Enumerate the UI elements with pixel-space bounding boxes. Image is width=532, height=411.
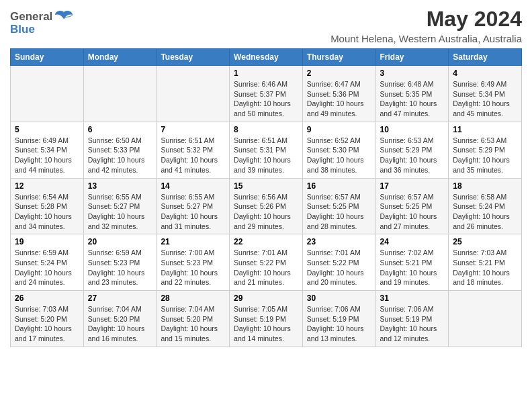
day-number: 31 (380, 293, 445, 303)
day-info: Sunrise: 6:51 AMSunset: 5:31 PMDaylight:… (234, 136, 298, 175)
week-row-3: 12Sunrise: 6:54 AMSunset: 5:28 PMDayligh… (11, 178, 522, 234)
day-number: 16 (307, 181, 371, 191)
day-info: Sunrise: 7:06 AMSunset: 5:19 PMDaylight:… (307, 304, 371, 344)
day-number: 17 (380, 181, 445, 191)
day-info: Sunrise: 6:53 AMSunset: 5:29 PMDaylight:… (380, 136, 445, 175)
day-info: Sunrise: 6:46 AMSunset: 5:37 PMDaylight:… (234, 79, 298, 119)
day-info: Sunrise: 6:58 AMSunset: 5:24 PMDaylight:… (453, 192, 517, 232)
day-info: Sunrise: 6:59 AMSunset: 5:24 PMDaylight:… (15, 248, 79, 287)
day-number: 14 (161, 181, 225, 191)
day-info: Sunrise: 6:51 AMSunset: 5:32 PMDaylight:… (161, 136, 225, 175)
day-info: Sunrise: 6:53 AMSunset: 5:29 PMDaylight:… (453, 136, 517, 175)
day-info: Sunrise: 6:49 AMSunset: 5:34 PMDaylight:… (15, 136, 79, 175)
main-title: May 2024 (330, 7, 522, 32)
day-info: Sunrise: 7:01 AMSunset: 5:22 PMDaylight:… (234, 248, 298, 287)
calendar-cell: 22Sunrise: 7:01 AMSunset: 5:22 PMDayligh… (230, 234, 303, 291)
calendar-cell: 8Sunrise: 6:51 AMSunset: 5:31 PMDaylight… (230, 122, 303, 178)
day-number: 8 (234, 125, 298, 134)
day-info: Sunrise: 7:05 AMSunset: 5:19 PMDaylight:… (234, 304, 298, 344)
day-number: 19 (15, 237, 79, 246)
calendar-cell: 25Sunrise: 7:03 AMSunset: 5:21 PMDayligh… (449, 234, 522, 291)
calendar-cell: 30Sunrise: 7:06 AMSunset: 5:19 PMDayligh… (302, 291, 375, 347)
day-info: Sunrise: 7:06 AMSunset: 5:19 PMDaylight:… (380, 304, 445, 344)
day-info: Sunrise: 6:49 AMSunset: 5:34 PMDaylight:… (453, 79, 517, 119)
header-friday: Friday (375, 49, 449, 66)
calendar-cell: 15Sunrise: 6:56 AMSunset: 5:26 PMDayligh… (230, 178, 303, 234)
calendar-cell: 12Sunrise: 6:54 AMSunset: 5:28 PMDayligh… (11, 178, 84, 234)
calendar-cell (83, 66, 157, 122)
week-row-4: 19Sunrise: 6:59 AMSunset: 5:24 PMDayligh… (11, 234, 522, 291)
calendar-cell: 23Sunrise: 7:01 AMSunset: 5:22 PMDayligh… (302, 234, 375, 291)
calendar-cell: 17Sunrise: 6:57 AMSunset: 5:25 PMDayligh… (375, 178, 449, 234)
day-number: 11 (453, 125, 517, 134)
day-number: 26 (15, 293, 79, 303)
header-monday: Monday (83, 49, 157, 66)
logo-bird-icon (54, 9, 74, 24)
calendar-cell: 10Sunrise: 6:53 AMSunset: 5:29 PMDayligh… (375, 122, 449, 178)
calendar-cell: 3Sunrise: 6:48 AMSunset: 5:35 PMDaylight… (375, 66, 449, 122)
day-info: Sunrise: 6:52 AMSunset: 5:30 PMDaylight:… (307, 136, 371, 175)
day-info: Sunrise: 6:48 AMSunset: 5:35 PMDaylight:… (380, 79, 445, 119)
day-info: Sunrise: 6:55 AMSunset: 5:27 PMDaylight:… (161, 192, 225, 232)
calendar-table: SundayMondayTuesdayWednesdayThursdayFrid… (10, 48, 522, 347)
header: General Blue May 2024 Mount Helena, West… (10, 7, 522, 44)
calendar-cell: 5Sunrise: 6:49 AMSunset: 5:34 PMDaylight… (11, 122, 84, 178)
day-info: Sunrise: 6:57 AMSunset: 5:25 PMDaylight:… (307, 192, 371, 232)
day-info: Sunrise: 7:03 AMSunset: 5:20 PMDaylight:… (15, 304, 79, 344)
day-number: 2 (307, 68, 371, 78)
calendar-cell: 11Sunrise: 6:53 AMSunset: 5:29 PMDayligh… (449, 122, 522, 178)
day-info: Sunrise: 6:57 AMSunset: 5:25 PMDaylight:… (380, 192, 445, 232)
calendar-cell: 26Sunrise: 7:03 AMSunset: 5:20 PMDayligh… (11, 291, 84, 347)
day-number: 18 (453, 181, 517, 191)
day-number: 7 (161, 125, 225, 134)
day-number: 29 (234, 293, 298, 303)
logo: General Blue (10, 9, 74, 36)
day-number: 3 (380, 68, 445, 78)
calendar-cell: 27Sunrise: 7:04 AMSunset: 5:20 PMDayligh… (83, 291, 157, 347)
day-number: 1 (234, 68, 298, 78)
calendar-cell: 21Sunrise: 7:00 AMSunset: 5:23 PMDayligh… (157, 234, 230, 291)
logo-line2: Blue (10, 23, 35, 36)
calendar-cell: 7Sunrise: 6:51 AMSunset: 5:32 PMDaylight… (157, 122, 230, 178)
day-number: 23 (307, 237, 371, 246)
week-row-2: 5Sunrise: 6:49 AMSunset: 5:34 PMDaylight… (11, 122, 522, 178)
day-info: Sunrise: 6:54 AMSunset: 5:28 PMDaylight:… (15, 192, 79, 232)
day-info: Sunrise: 7:03 AMSunset: 5:21 PMDaylight:… (453, 248, 517, 287)
calendar-cell: 28Sunrise: 7:04 AMSunset: 5:20 PMDayligh… (157, 291, 230, 347)
day-number: 5 (15, 125, 79, 134)
day-number: 4 (453, 68, 517, 78)
calendar-cell (449, 291, 522, 347)
day-number: 9 (307, 125, 371, 134)
day-info: Sunrise: 7:04 AMSunset: 5:20 PMDaylight:… (161, 304, 225, 344)
day-number: 25 (453, 237, 517, 246)
day-info: Sunrise: 7:02 AMSunset: 5:21 PMDaylight:… (380, 248, 445, 287)
day-info: Sunrise: 6:59 AMSunset: 5:23 PMDaylight:… (88, 248, 152, 287)
day-info: Sunrise: 6:50 AMSunset: 5:33 PMDaylight:… (88, 136, 152, 175)
day-info: Sunrise: 7:01 AMSunset: 5:22 PMDaylight:… (307, 248, 371, 287)
day-info: Sunrise: 7:04 AMSunset: 5:20 PMDaylight:… (88, 304, 152, 344)
header-wednesday: Wednesday (230, 49, 303, 66)
day-number: 20 (88, 237, 152, 246)
calendar-cell: 19Sunrise: 6:59 AMSunset: 5:24 PMDayligh… (11, 234, 84, 291)
header-tuesday: Tuesday (157, 49, 230, 66)
subtitle: Mount Helena, Western Australia, Austral… (330, 33, 522, 44)
day-info: Sunrise: 7:00 AMSunset: 5:23 PMDaylight:… (161, 248, 225, 287)
day-info: Sunrise: 6:47 AMSunset: 5:36 PMDaylight:… (307, 79, 371, 119)
day-number: 24 (380, 237, 445, 246)
day-number: 10 (380, 125, 445, 134)
day-number: 22 (234, 237, 298, 246)
calendar-cell (11, 66, 84, 122)
calendar-cell: 20Sunrise: 6:59 AMSunset: 5:23 PMDayligh… (83, 234, 157, 291)
calendar-cell: 29Sunrise: 7:05 AMSunset: 5:19 PMDayligh… (230, 291, 303, 347)
calendar-cell: 14Sunrise: 6:55 AMSunset: 5:27 PMDayligh… (157, 178, 230, 234)
logo-line1: General (10, 10, 52, 23)
day-number: 30 (307, 293, 371, 303)
title-area: May 2024 Mount Helena, Western Australia… (330, 7, 522, 44)
calendar-cell (157, 66, 230, 122)
day-number: 6 (88, 125, 152, 134)
calendar-cell: 2Sunrise: 6:47 AMSunset: 5:36 PMDaylight… (302, 66, 375, 122)
header-thursday: Thursday (302, 49, 375, 66)
calendar-cell: 1Sunrise: 6:46 AMSunset: 5:37 PMDaylight… (230, 66, 303, 122)
calendar-cell: 24Sunrise: 7:02 AMSunset: 5:21 PMDayligh… (375, 234, 449, 291)
calendar-cell: 18Sunrise: 6:58 AMSunset: 5:24 PMDayligh… (449, 178, 522, 234)
